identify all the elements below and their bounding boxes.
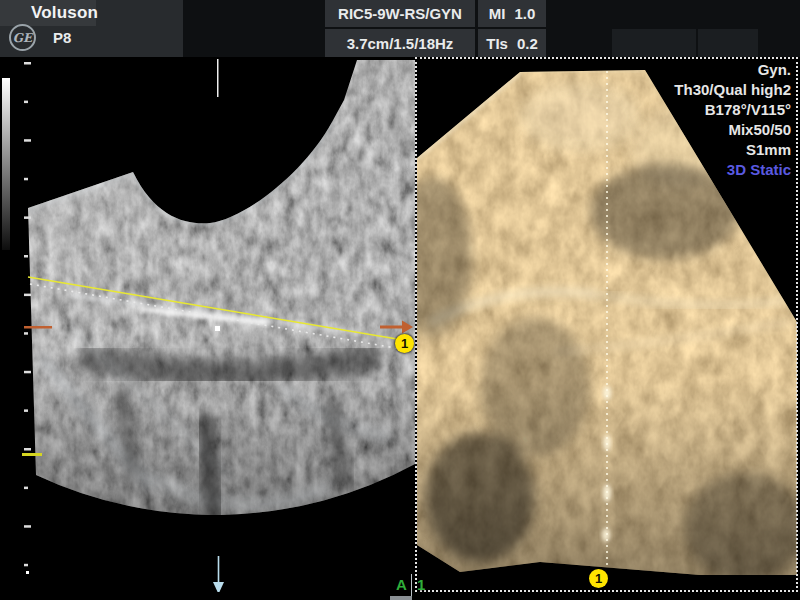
- brand-block: Voluson GE P8: [0, 0, 183, 57]
- focus-marker-yellow-icon: [22, 453, 42, 456]
- caliper-marker-1-left[interactable]: 1: [395, 334, 414, 353]
- tis-label: TIs: [486, 35, 508, 52]
- caliper-marker-1-right[interactable]: 1: [589, 569, 608, 588]
- depth-ruler: [24, 62, 31, 566]
- probe-orientation-top-marker-icon: [217, 59, 219, 97]
- info-line: Gyn.: [674, 60, 791, 80]
- header-bar: Voluson GE P8 RIC5-9W-RS/GYN MI1.0 3.7cm…: [0, 0, 800, 57]
- empty-status-cell: [698, 29, 758, 57]
- probe-orientation-arrow-icon: [213, 556, 224, 592]
- info-line: S1mm: [674, 140, 791, 160]
- mode-status-text: 3D Static: [674, 160, 791, 180]
- mi-label: MI: [489, 5, 506, 22]
- plane-label-a: A: [396, 576, 407, 593]
- brand-name: Voluson: [31, 3, 98, 23]
- bottom-scroll-widget[interactable]: [390, 596, 412, 600]
- plane-label-divider: [411, 574, 412, 596]
- bmode-ultrasound-image: [0, 57, 415, 592]
- measure-cursor-dot-icon: [215, 326, 220, 331]
- grayscale-map-bar: [2, 78, 10, 250]
- tgc-dot-icon: [26, 571, 29, 574]
- probe-indicator: RIC5-9W-RS/GYN: [325, 0, 475, 27]
- focus-marker-left-icon: [24, 326, 52, 329]
- model-name: P8: [53, 29, 71, 46]
- mi-value: 1.0: [514, 5, 535, 22]
- tis-value: 0.2: [517, 35, 538, 52]
- info-line: Mix50/50: [674, 120, 791, 140]
- info-line: B178°/V115°: [674, 100, 791, 120]
- tis-indicator: TIs0.2: [478, 29, 546, 57]
- depth-frequency-indicator: 3.7cm/1.5/18Hz: [325, 29, 475, 57]
- bmode-tissue-texture: [0, 57, 415, 592]
- info-line: Th30/Qual high2: [674, 80, 791, 100]
- bmode-image-panel[interactable]: [0, 57, 415, 592]
- mi-indicator: MI1.0: [478, 0, 546, 27]
- voluson-ultrasound-screen: { "header": { "brand": "Voluson", "model…: [0, 0, 800, 600]
- acquisition-info-text: Gyn. Th30/Qual high2 B178°/V115° Mix50/5…: [674, 60, 791, 180]
- empty-status-cell: [612, 29, 696, 57]
- plane-label-1: 1: [417, 576, 425, 593]
- render-3d-panel[interactable]: Gyn. Th30/Qual high2 B178°/V115° Mix50/5…: [415, 57, 798, 592]
- ge-logo-icon: GE: [9, 24, 36, 51]
